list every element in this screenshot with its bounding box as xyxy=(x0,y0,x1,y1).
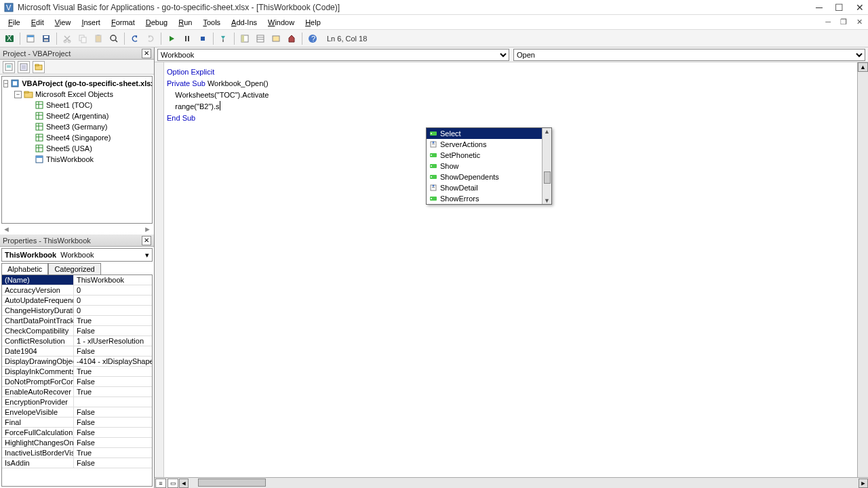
project-tree[interactable]: − VBAProject (go-to-specific-sheet.xlsx)… xyxy=(1,76,153,224)
properties-window-button[interactable] xyxy=(254,32,267,45)
toggle-folders-button[interactable] xyxy=(33,61,45,73)
view-excel-button[interactable]: X xyxy=(3,32,16,45)
menu-edit[interactable]: Edit xyxy=(26,17,50,28)
properties-object-selector[interactable]: ThisWorkbook Workbook ▾ xyxy=(1,248,153,262)
property-row[interactable]: Date1904False xyxy=(2,346,152,357)
design-mode-button[interactable] xyxy=(217,32,231,45)
object-browser-button[interactable] xyxy=(269,32,283,45)
property-row[interactable]: DoNotPromptForConvertFalse xyxy=(2,377,152,387)
tab-categorized[interactable]: Categorized xyxy=(48,263,100,274)
intellisense-item[interactable]: ServerActions xyxy=(427,139,551,150)
code-vscroll[interactable]: ▲ xyxy=(857,62,868,477)
property-value[interactable]: -4104 - xlDisplayShapes xyxy=(74,357,152,366)
property-value[interactable]: False xyxy=(74,346,152,356)
property-value[interactable]: False xyxy=(74,438,152,447)
view-code-button[interactable] xyxy=(3,61,15,73)
property-value[interactable]: ThisWorkbook xyxy=(74,275,152,285)
property-row[interactable]: ForceFullCalculationFalse xyxy=(2,428,152,438)
property-row[interactable]: ConflictResolution1 - xlUserResolution xyxy=(2,336,152,346)
property-value[interactable]: False xyxy=(74,418,152,427)
find-button[interactable] xyxy=(107,32,121,45)
intellisense-item[interactable]: ShowDetail xyxy=(427,182,551,193)
menu-file[interactable]: File xyxy=(3,17,26,28)
property-value[interactable]: 0 xyxy=(74,285,152,295)
intellisense-scrollbar[interactable]: ▲▼ xyxy=(542,128,551,204)
project-panel-close-button[interactable]: ✕ xyxy=(142,49,151,58)
view-object-button[interactable] xyxy=(18,61,30,73)
intellisense-item[interactable]: Select xyxy=(427,128,551,139)
mdi-minimize-button[interactable]: ─ xyxy=(823,18,833,26)
cut-button[interactable] xyxy=(60,32,74,45)
menu-format[interactable]: Format xyxy=(106,17,140,28)
property-row[interactable]: CheckCompatibilityFalse xyxy=(2,326,152,336)
minimize-button[interactable]: ─ xyxy=(816,2,823,13)
save-button[interactable] xyxy=(39,32,53,45)
tab-alphabetic[interactable]: Alphabetic xyxy=(1,263,48,274)
properties-grid[interactable]: (Name)ThisWorkbookAccuracyVersion0AutoUp… xyxy=(1,274,153,487)
scroll-thumb[interactable] xyxy=(198,479,266,487)
toolbox-button[interactable] xyxy=(285,32,298,45)
tree-sheet-item[interactable]: Sheet2 (Argentina) xyxy=(3,110,151,121)
menu-debug[interactable]: Debug xyxy=(140,17,173,28)
tree-sheet-item[interactable]: Sheet1 (TOC) xyxy=(3,100,151,110)
run-button[interactable] xyxy=(165,32,178,45)
tree-workbook-item[interactable]: ThisWorkbook xyxy=(3,154,151,165)
property-row[interactable]: EncryptionProvider xyxy=(2,397,152,407)
menu-help[interactable]: Help xyxy=(300,17,326,28)
property-value[interactable]: True xyxy=(74,316,152,325)
code-editor[interactable]: ▲ Option ExplicitPrivate Sub Workbook_Op… xyxy=(155,62,868,477)
scroll-left-icon[interactable]: ◄ xyxy=(179,479,189,488)
full-module-view-button[interactable]: ▭ xyxy=(167,479,178,488)
maximize-button[interactable]: ☐ xyxy=(835,2,844,13)
code-hscroll[interactable]: ≡ ▭ ◄ ► xyxy=(155,477,868,488)
property-row[interactable]: EnvelopeVisibleFalse xyxy=(2,407,152,418)
property-row[interactable]: DisplayInkCommentsTrue xyxy=(2,367,152,377)
property-value[interactable]: 0 xyxy=(74,306,152,315)
menu-addins[interactable]: Add-Ins xyxy=(226,17,262,28)
property-row[interactable]: ChartDataPointTrackTrue xyxy=(2,316,152,326)
tree-sheet-item[interactable]: Sheet5 (USA) xyxy=(3,143,151,154)
tree-folder[interactable]: − Microsoft Excel Objects xyxy=(3,89,151,100)
property-row[interactable]: HighlightChangesOnScreenFalse xyxy=(2,438,152,448)
property-value[interactable]: False xyxy=(74,377,152,386)
mdi-restore-button[interactable]: ❐ xyxy=(837,18,850,26)
property-value[interactable]: 1 - xlUserResolution xyxy=(74,336,152,346)
property-row[interactable]: EnableAutoRecoverTrue xyxy=(2,387,152,397)
dropdown-icon[interactable]: ▾ xyxy=(145,251,149,260)
code-line[interactable]: End Sub xyxy=(167,113,864,124)
property-row[interactable]: ChangeHistoryDuration0 xyxy=(2,306,152,316)
property-value[interactable]: False xyxy=(74,407,152,417)
property-value[interactable]: False xyxy=(74,326,152,336)
intellisense-popup[interactable]: SelectServerActionsSetPhoneticShowShowDe… xyxy=(426,127,552,205)
help-button[interactable]: ? xyxy=(306,32,319,45)
project-explorer-button[interactable] xyxy=(238,32,252,45)
property-value[interactable]: True xyxy=(74,387,152,396)
code-line[interactable]: range("B2").s xyxy=(167,101,864,113)
property-row[interactable]: IsAddinFalse xyxy=(2,458,152,468)
mdi-close-button[interactable]: ✕ xyxy=(854,18,865,26)
code-line[interactable]: Private Sub Workbook_Open() xyxy=(167,78,864,89)
intellisense-item[interactable]: ShowErrors xyxy=(427,193,551,204)
tree-sheet-item[interactable]: Sheet4 (Singapore) xyxy=(3,132,151,143)
tree-hscroll[interactable]: ◄► xyxy=(0,225,154,232)
scroll-right-icon[interactable]: ► xyxy=(859,479,868,488)
property-value[interactable]: False xyxy=(74,458,152,468)
property-row[interactable]: (Name)ThisWorkbook xyxy=(2,275,152,285)
paste-button[interactable] xyxy=(92,32,105,45)
property-row[interactable]: DisplayDrawingObjects-4104 - xlDisplaySh… xyxy=(2,357,152,367)
redo-button[interactable] xyxy=(144,32,157,45)
reset-button[interactable] xyxy=(196,32,210,45)
property-value[interactable]: 0 xyxy=(74,296,152,305)
property-value[interactable]: False xyxy=(74,428,152,437)
tree-project-root[interactable]: − VBAProject (go-to-specific-sheet.xlsx) xyxy=(3,78,151,89)
menu-window[interactable]: Window xyxy=(262,17,300,28)
property-row[interactable]: AccuracyVersion0 xyxy=(2,285,152,296)
code-line[interactable]: Worksheets("TOC").Activate xyxy=(167,89,864,101)
intellisense-item[interactable]: ShowDependents xyxy=(427,171,551,182)
break-button[interactable] xyxy=(180,32,194,45)
property-row[interactable]: FinalFalse xyxy=(2,418,152,428)
menu-insert[interactable]: Insert xyxy=(76,17,106,28)
tree-sheet-item[interactable]: Sheet3 (Germany) xyxy=(3,121,151,132)
procedure-dropdown[interactable]: Open xyxy=(513,49,865,61)
code-line[interactable]: Option Explicit xyxy=(167,66,864,78)
